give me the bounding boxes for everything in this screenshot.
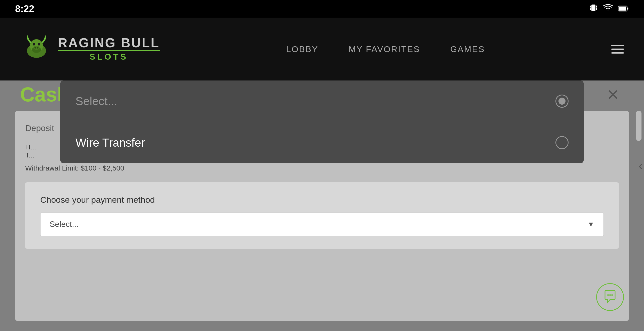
payment-select-placeholder: Select...: [50, 220, 79, 229]
status-time: 8:22: [15, 4, 34, 14]
radio-wire-transfer: [555, 136, 569, 149]
logo-raging-bull: RAGING BULL: [58, 35, 160, 50]
chat-icon: [602, 289, 618, 305]
wifi-icon: [603, 4, 613, 14]
svg-point-11: [33, 43, 35, 46]
svg-point-15: [37, 47, 38, 49]
logo-slots: SLOTS: [58, 50, 160, 63]
dropdown-overlay: Select... Wire Transfer: [60, 80, 584, 163]
chat-button[interactable]: [596, 283, 624, 311]
svg-rect-7: [627, 8, 628, 10]
nav-links: LOBBY MY FAVORITES GAMES: [286, 44, 485, 54]
svg-point-13: [33, 46, 39, 50]
vibrate-icon: [589, 3, 598, 15]
radio-select: [555, 95, 569, 108]
svg-point-17: [609, 294, 611, 296]
chevron-right-icon[interactable]: ‹: [638, 158, 643, 173]
hamburger-menu[interactable]: [611, 45, 624, 54]
svg-point-14: [34, 47, 36, 49]
close-button[interactable]: ×: [607, 83, 619, 106]
svg-point-16: [607, 294, 609, 296]
tab-deposit[interactable]: Deposit: [25, 121, 54, 136]
svg-rect-6: [619, 7, 626, 11]
app-header: RAGING BULL SLOTS LOBBY MY FAVORITES GAM…: [0, 18, 644, 80]
status-icons: [589, 3, 629, 15]
scrollbar[interactable]: [636, 111, 641, 141]
dropdown-option-select[interactable]: Select...: [60, 80, 584, 122]
svg-rect-4: [596, 8, 597, 10]
payment-select-arrow-icon: ▼: [587, 220, 594, 228]
bull-logo-icon: [20, 33, 53, 65]
nav-lobby[interactable]: LOBBY: [286, 44, 318, 54]
payment-method-label: Choose your payment method: [40, 195, 604, 205]
svg-rect-3: [590, 8, 591, 10]
status-bar: 8:22: [0, 0, 644, 18]
svg-rect-0: [591, 5, 595, 11]
payment-section: Choose your payment method Select... ▼: [25, 182, 619, 249]
svg-rect-1: [590, 6, 591, 8]
svg-point-12: [38, 43, 40, 46]
dropdown-option-select-label: Select...: [75, 94, 117, 108]
battery-icon: [618, 4, 629, 14]
svg-rect-2: [596, 6, 597, 8]
payment-method-select[interactable]: Select... ▼: [40, 212, 604, 236]
logo-area: RAGING BULL SLOTS: [20, 33, 160, 65]
withdrawal-limit: Withdrawal Limit: $100 - $2,500: [25, 164, 619, 172]
nav-my-favorites[interactable]: MY FAVORITES: [349, 44, 420, 54]
dropdown-option-wire-transfer[interactable]: Wire Transfer: [60, 122, 584, 163]
logo-text: RAGING BULL SLOTS: [58, 35, 160, 63]
nav-games[interactable]: GAMES: [450, 44, 485, 54]
dropdown-option-wire-transfer-label: Wire Transfer: [75, 136, 145, 149]
svg-point-18: [611, 294, 613, 296]
